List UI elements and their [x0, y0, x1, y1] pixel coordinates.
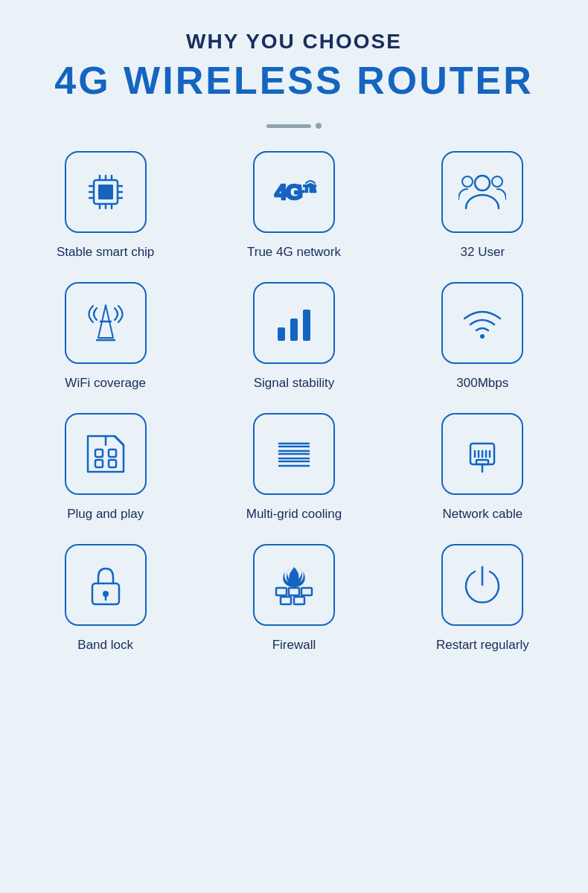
feature-item-band-lock: Band lock: [26, 544, 185, 653]
subtitle: WHY YOU CHOOSE: [54, 30, 533, 54]
divider-bar: [266, 124, 311, 128]
svg-rect-52: [301, 588, 312, 595]
icon-box-signal-stability: [253, 282, 335, 364]
feature-item-plug-and-play: Plug and play: [26, 413, 185, 522]
feature-label-firewall: Firewall: [272, 638, 316, 653]
svg-rect-46: [476, 460, 488, 464]
feature-item-true-4g-network: 4G LTE True 4G network: [214, 151, 373, 260]
feature-item-restart-regularly: Restart regularly: [403, 544, 562, 653]
feature-label-band-lock: Band lock: [77, 638, 133, 653]
icon-box-300mbps: [441, 282, 523, 364]
feature-label-wifi-coverage: WiFi coverage: [65, 376, 146, 391]
icon-box-firewall: [253, 544, 335, 626]
feature-item-stable-smart-chip: Stable smart chip: [26, 151, 185, 260]
svg-rect-54: [294, 597, 304, 604]
svg-point-16: [475, 176, 490, 191]
svg-rect-24: [303, 310, 310, 341]
svg-rect-28: [95, 460, 103, 467]
svg-rect-29: [109, 460, 116, 467]
svg-point-25: [480, 334, 485, 339]
svg-rect-51: [289, 588, 299, 595]
feature-item-32-user: 32 User: [403, 151, 562, 260]
divider-dot: [316, 123, 322, 129]
icon-box-32-user: [441, 151, 523, 233]
feature-item-300mbps: 300Mbps: [403, 282, 562, 391]
svg-line-31: [115, 436, 124, 445]
feature-item-network-cable: Network cable: [403, 413, 562, 522]
feature-label-300mbps: 300Mbps: [456, 376, 508, 391]
icon-box-stable-smart-chip: [65, 151, 147, 233]
icon-box-restart-regularly: [441, 544, 523, 626]
title: 4G WIRELESS ROUTER: [54, 60, 533, 102]
feature-item-firewall: Firewall: [214, 544, 373, 653]
svg-rect-50: [276, 588, 287, 595]
icon-box-true-4g-network: 4G LTE: [253, 151, 335, 233]
header: WHY YOU CHOOSE 4G WIRELESS ROUTER: [54, 30, 533, 102]
svg-rect-27: [109, 449, 116, 457]
svg-point-17: [492, 176, 502, 187]
feature-label-multi-grid-cooling: Multi-grid cooling: [246, 507, 342, 522]
features-grid: Stable smart chip 4G LTE True 4G network…: [26, 151, 562, 653]
icon-box-band-lock: [65, 544, 147, 626]
feature-label-plug-and-play: Plug and play: [67, 507, 144, 522]
feature-label-stable-smart-chip: Stable smart chip: [57, 245, 154, 260]
feature-label-32-user: 32 User: [461, 245, 505, 260]
svg-rect-53: [281, 597, 291, 604]
feature-item-signal-stability: Signal stability: [214, 282, 373, 391]
feature-label-true-4g-network: True 4G network: [247, 245, 341, 260]
svg-rect-23: [290, 319, 298, 341]
svg-rect-22: [278, 327, 285, 341]
feature-label-signal-stability: Signal stability: [254, 376, 335, 391]
icon-box-multi-grid-cooling: [253, 413, 335, 495]
feature-item-wifi-coverage: WiFi coverage: [26, 282, 185, 391]
feature-label-network-cable: Network cable: [442, 507, 523, 522]
feature-item-multi-grid-cooling: Multi-grid cooling: [214, 413, 373, 522]
divider: [266, 123, 322, 129]
svg-rect-1: [98, 185, 113, 199]
feature-label-restart-regularly: Restart regularly: [436, 638, 529, 653]
svg-rect-26: [95, 449, 103, 457]
icon-box-wifi-coverage: [65, 282, 147, 364]
svg-point-18: [462, 176, 473, 187]
icon-box-plug-and-play: [65, 413, 147, 495]
icon-box-network-cable: [441, 413, 523, 495]
